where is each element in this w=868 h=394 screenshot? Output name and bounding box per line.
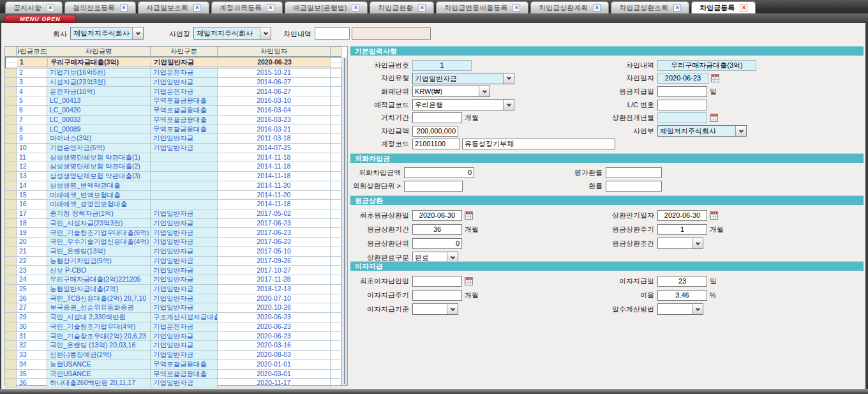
field-input[interactable] [412, 112, 462, 123]
table-row[interactable]: 29국민_시설대 2,330백만원구조개선시설자금대출2020-06-23 [5, 313, 347, 322]
table-row[interactable]: 36하나대출260백만원 20,11,17기업일반자금2020-11-17 [5, 379, 347, 388]
field-select[interactable]: 우리은행 [412, 99, 514, 110]
chevron-down-icon[interactable] [503, 73, 514, 84]
plant-select[interactable]: 제일저지주식회사 [193, 27, 271, 40]
field-select[interactable]: 기업일반자금 [412, 73, 514, 84]
calendar-icon[interactable] [465, 211, 473, 220]
close-icon[interactable]: × [352, 4, 359, 11]
close-icon[interactable]: × [740, 4, 747, 11]
table-row[interactable]: 16미래에셋_경영인보험대출2014-11-18 [5, 200, 347, 209]
table-row[interactable]: 31국민_기술창조우대(2억) 20,6,23기업일반자금2020-06-23 [5, 332, 347, 342]
close-icon[interactable]: × [593, 4, 601, 11]
close-icon[interactable]: × [193, 4, 201, 11]
table-row[interactable]: 27부국증권_선순위유동화증권기업일반자금2020-10-26 [5, 303, 347, 313]
table-row[interactable]: 7LC_00032무역포괄금융대출2016-03-23 [5, 116, 347, 125]
chevron-down-icon[interactable] [692, 238, 703, 248]
field-readonly[interactable]: 1 [412, 60, 472, 71]
chevron-down-icon[interactable] [503, 100, 514, 110]
tab[interactable]: 자금일보조회× [138, 1, 209, 13]
table-row[interactable]: 2기업기보(16억5천)기업운전자금2015-10-21 [5, 68, 347, 78]
calendar-icon[interactable] [465, 277, 473, 285]
table-row[interactable]: 6LC_00420무역포괄금융대출2016-03-04 [5, 106, 347, 116]
field-select[interactable] [412, 303, 458, 315]
field-input[interactable] [412, 276, 462, 287]
tab[interactable]: 차입금상환계획× [530, 1, 609, 13]
table-row[interactable]: 12삼성생명단체보험 약관대출(2)2014-11-18 [5, 162, 347, 172]
table-row[interactable]: 26국민_TCB신용대출(2억) 20,7,10기업일반자금2020-07-10 [5, 294, 347, 304]
table-row[interactable]: 19국민_기술창조기업우대대출(6억)기업일반자금2017-06-23 [5, 228, 347, 238]
table-row[interactable]: 8LC_00089무역포괄금융대출2016-03-21 [5, 125, 347, 134]
close-icon[interactable]: × [513, 4, 520, 11]
table-row[interactable]: 22농협장기차입금(5억)기업일반자금2017-09-26 [5, 257, 347, 266]
table-row[interactable]: 32국민_온랜딩 (13억) 20,03,16기업일반자금2020-03-16 [5, 341, 347, 351]
field-select[interactable] [657, 238, 703, 249]
company-select[interactable]: 제일저지주식회사 [70, 27, 144, 40]
field-input[interactable]: 3.46 [657, 290, 707, 301]
table-row[interactable]: 14삼성생명_변액약관대출2014-11-20 [5, 181, 347, 191]
table-row[interactable]: 21국민_온랜딩(13억)기업일반자금2017-05-10 [5, 247, 347, 257]
table-row[interactable]: 35국민USANCE무역포괄금융대출2020-03-01 [5, 370, 347, 379]
close-icon[interactable]: × [120, 4, 128, 11]
chevron-down-icon[interactable] [735, 126, 746, 136]
table-row[interactable]: 15미래에셋_변액보험대출2014-11-20 [5, 191, 347, 201]
field-select[interactable]: KRW(₩) [412, 86, 490, 97]
table-row[interactable]: 25농협일반자금대출(2억)기업일반자금2018-12-13 [5, 285, 347, 294]
field-input[interactable]: 36 [412, 224, 462, 235]
table-row[interactable]: 17중기청 정책자금(1억)기업일반자금2017-05-02 [5, 209, 347, 219]
field-input[interactable]: 2020-06-30 [412, 210, 462, 221]
field-readonly[interactable] [657, 112, 707, 123]
close-icon[interactable]: × [673, 4, 681, 11]
tab[interactable]: 계정과목등록× [211, 1, 283, 13]
table-scrollbar[interactable] [341, 57, 347, 385]
menu-open-button[interactable]: MENU OPEN [4, 15, 77, 23]
field-input[interactable] [657, 86, 707, 97]
loan-desc-input-2[interactable] [352, 27, 431, 40]
field-input[interactable]: 23 [657, 276, 707, 287]
table-row[interactable]: 1우리구매자금대출(3억)기업일반자금2020-06-23 [5, 57, 347, 68]
field-select[interactable]: 제일저지주식회사 [657, 125, 747, 137]
calendar-icon[interactable] [710, 211, 718, 220]
field-input[interactable] [606, 181, 662, 192]
chevron-down-icon[interactable] [479, 86, 490, 96]
table-row[interactable]: 10기업운영자금(6억)기업일반자금2014-07-25 [5, 144, 347, 153]
tab[interactable]: 차입금상환조회× [611, 1, 689, 13]
chevron-down-icon[interactable] [132, 27, 143, 39]
table-row[interactable]: 30국민_기술창조기업우대(4억)기업운전자금2020-06-23 [5, 322, 347, 332]
table-row[interactable]: 4운전자금(10억)기업운전자금2014-06-27 [5, 87, 347, 96]
field-readonly[interactable]: 2020-06-23 [657, 73, 708, 84]
calendar-icon[interactable] [710, 114, 718, 122]
loan-desc-input[interactable] [315, 27, 350, 40]
close-icon[interactable]: × [418, 4, 426, 11]
table-row[interactable]: 5LC_00413무역포괄금융대출2016-03-10 [5, 96, 347, 106]
table-row[interactable]: 34농협USANCE무역포괄금융대출2020-01-01 [5, 360, 347, 370]
field-input[interactable] [404, 181, 463, 192]
close-icon[interactable]: × [267, 4, 274, 11]
tab[interactable]: 차입금변동이율등록× [436, 1, 528, 13]
field-input[interactable]: 0 [412, 238, 462, 249]
table-row[interactable]: 24우리구매자금대출(2억)221205기업일반자금2017-11-28 [5, 275, 347, 285]
tab[interactable]: 공지사항× [5, 1, 63, 13]
field-input[interactable]: 1 [657, 224, 707, 235]
table-row[interactable]: 3시설자금(23억3천)기업일반자금2014-06-27 [5, 78, 347, 87]
tab[interactable]: 차입금등록× [691, 1, 756, 13]
table-row[interactable]: 33신한(-)통장예금(2억)기업일반자금2020-08-03 [5, 351, 347, 360]
field-readonly[interactable]: 우리구매자금대출(3억) [657, 60, 756, 71]
chevron-down-icon[interactable] [692, 304, 703, 314]
field-input[interactable]: 21001100 [412, 139, 460, 149]
table-row[interactable]: 20국민_우수기술기업신용대출(4억)기업일반자금2017-06-23 [5, 238, 347, 247]
tab[interactable]: 예금일보(은행별)× [285, 1, 368, 13]
tab[interactable]: 결의전표등록× [64, 1, 136, 13]
table-row[interactable]: 13삼성생명단체보험 약관대출(3)2014-11-18 [5, 172, 347, 181]
field-input[interactable]: 0 [404, 167, 474, 178]
table-row[interactable]: 18국민_시설자금(23억3천)기업일반자금2017-06-23 [5, 219, 347, 229]
table-row[interactable]: 9마이너스(3억)기업일반자금2011-03-18 [5, 134, 347, 144]
field-input[interactable]: 유동성장기부채 [462, 139, 615, 149]
field-input[interactable] [657, 100, 707, 110]
table-row[interactable]: 11삼성생명단체보험 약관대출(1)2014-11-18 [5, 153, 347, 163]
tab[interactable]: 차입금현황× [370, 1, 434, 13]
field-input[interactable]: 200,000,000 [412, 126, 458, 137]
chevron-down-icon[interactable] [447, 304, 458, 314]
calendar-icon[interactable] [711, 74, 719, 82]
field-input[interactable]: 2020-06-30 [657, 210, 707, 221]
close-icon[interactable]: × [47, 4, 54, 11]
